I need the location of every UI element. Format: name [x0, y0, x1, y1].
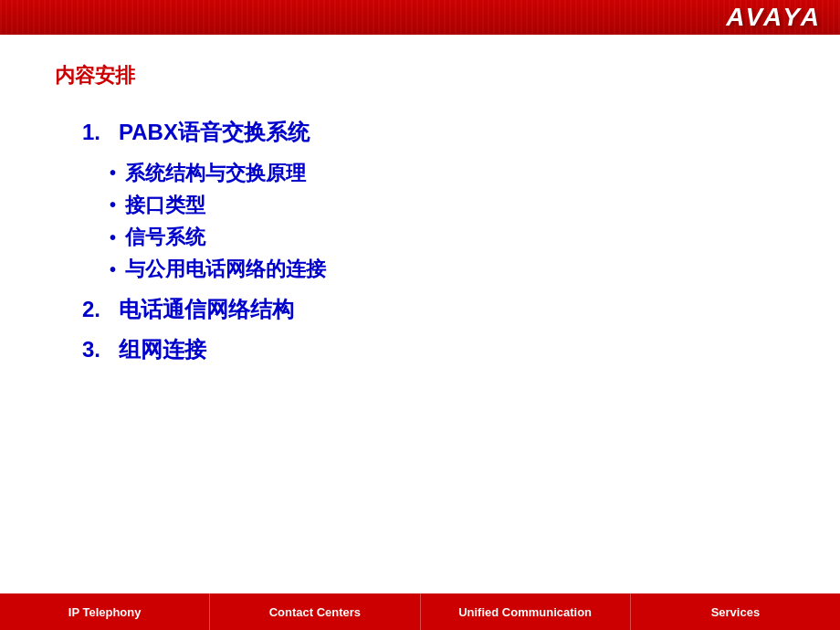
page-title: 内容安排: [55, 62, 785, 89]
logo-area: AVAYA: [726, 0, 822, 35]
sub-item-1-4: • 与公用电话网络的连接: [110, 253, 785, 285]
sub-item-1-3-text: 信号系统: [125, 221, 205, 253]
sub-item-1-4-text: 与公用电话网络的连接: [125, 253, 326, 285]
footer-label-unified: Unified Communication: [458, 605, 592, 619]
sub-list-1: • 系统结构与交换原理 • 接口类型 • 信号系统 • 与公用电话网络的连接: [110, 157, 785, 286]
main-content: 内容安排 1. PABX语音交换系统 • 系统结构与交换原理 • 接口类型 • …: [0, 35, 840, 593]
footer-item-telephony: IP Telephony: [0, 593, 210, 630]
footer-label-telephony: IP Telephony: [68, 605, 142, 619]
item-1-number: 1.: [82, 120, 100, 144]
item-3-number: 3.: [82, 337, 100, 362]
main-item-1: 1. PABX语音交换系统: [82, 117, 785, 148]
footer-item-services: Services: [631, 593, 840, 630]
bullet-icon-1-3: •: [110, 223, 116, 252]
bullet-icon-1-1: •: [110, 158, 116, 187]
top-bar: AVAYA: [0, 0, 840, 35]
footer-label-contact: Contact Centers: [269, 605, 361, 619]
item-3-text: 组网连接: [119, 337, 206, 362]
content-list: 1. PABX语音交换系统 • 系统结构与交换原理 • 接口类型 • 信号系统 …: [82, 117, 785, 365]
sub-item-1-2: • 接口类型: [110, 189, 785, 221]
avaya-logo: AVAYA: [726, 3, 822, 32]
bullet-icon-1-2: •: [110, 190, 116, 219]
sub-item-1-3: • 信号系统: [110, 221, 785, 253]
sub-item-1-1: • 系统结构与交换原理: [110, 157, 785, 189]
item-1-text: PABX语音交换系统: [119, 120, 310, 144]
item-2-number: 2.: [82, 297, 100, 321]
main-item-2: 2. 电话通信网络结构: [82, 294, 785, 325]
footer-item-unified: Unified Communication: [421, 593, 631, 630]
footer-item-contact: Contact Centers: [210, 593, 420, 630]
sub-item-1-2-text: 接口类型: [125, 189, 205, 221]
footer-label-services: Services: [711, 605, 761, 619]
main-item-3: 3. 组网连接: [82, 334, 785, 365]
footer-bar: IP Telephony Contact Centers Unified Com…: [0, 593, 840, 630]
bullet-icon-1-4: •: [110, 255, 116, 284]
item-2-text: 电话通信网络结构: [119, 297, 294, 321]
sub-item-1-1-text: 系统结构与交换原理: [125, 157, 306, 189]
